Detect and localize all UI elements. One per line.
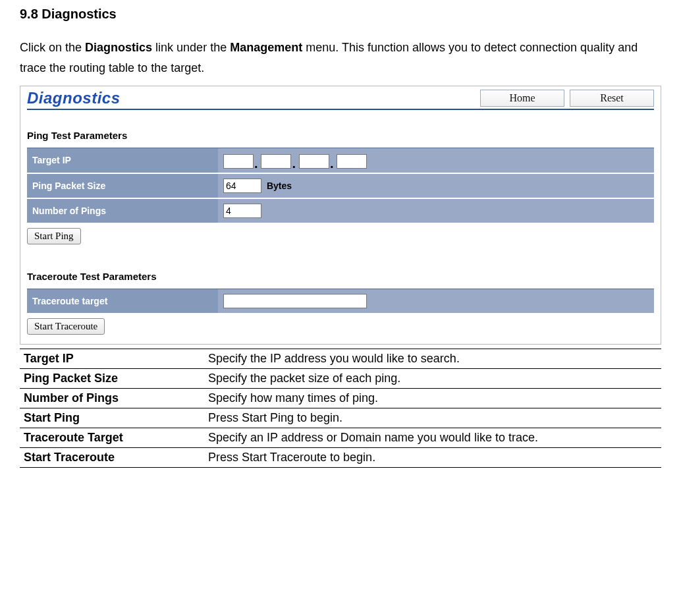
panel-header: Diagnostics Home Reset — [27, 89, 654, 110]
traceroute-heading: Traceroute Test Parameters — [27, 271, 654, 282]
traceroute-target-value-cell — [218, 289, 654, 314]
traceroute-target-label: Traceroute target — [27, 289, 218, 314]
num-pings-input[interactable] — [223, 204, 261, 218]
bytes-label: Bytes — [267, 181, 292, 191]
desc-text: Specify how many times of ping. — [204, 389, 661, 408]
desc-row: Start PingPress Start Ping to begin. — [20, 408, 661, 428]
target-ip-octet-4[interactable] — [337, 154, 367, 169]
target-ip-octet-1[interactable] — [223, 154, 254, 169]
traceroute-target-input[interactable] — [223, 294, 367, 308]
reset-button[interactable]: Reset — [570, 90, 654, 107]
packet-size-input[interactable] — [223, 179, 261, 193]
target-ip-value-cell: . . . — [218, 148, 654, 173]
intro-bold2: Management — [230, 41, 302, 54]
target-ip-octet-2[interactable] — [261, 154, 291, 169]
ip-dot-2: . — [291, 156, 296, 171]
desc-term: Start Traceroute — [20, 448, 204, 468]
start-ping-button[interactable]: Start Ping — [27, 228, 81, 244]
desc-term: Traceroute Target — [20, 428, 204, 448]
desc-row: Number of PingsSpecify how many times of… — [20, 389, 661, 408]
desc-text: Press Start Ping to begin. — [204, 408, 661, 428]
section-heading: 9.8 Diagnostics — [20, 7, 661, 22]
desc-row: Traceroute TargetSpecify an IP address o… — [20, 428, 661, 448]
desc-row: Target IPSpecify the IP address you woul… — [20, 349, 661, 369]
intro-pre1: Click on the — [20, 41, 85, 54]
desc-row: Start TraceroutePress Start Traceroute t… — [20, 448, 661, 468]
intro-paragraph: Click on the Diagnostics link under the … — [20, 38, 661, 78]
desc-term: Target IP — [20, 349, 204, 369]
desc-text: Specify an IP address or Domain name you… — [204, 428, 661, 448]
target-ip-row: Target IP . . . — [27, 148, 654, 173]
packet-size-value-cell: Bytes — [218, 173, 654, 198]
intro-bold1: Diagnostics — [85, 41, 152, 54]
ping-params-table: Target IP . . . Ping Packet Size Bytes N… — [27, 148, 654, 224]
traceroute-target-row: Traceroute target — [27, 289, 654, 314]
num-pings-row: Number of Pings — [27, 198, 654, 223]
desc-term: Ping Packet Size — [20, 369, 204, 389]
diagnostics-panel: Diagnostics Home Reset Ping Test Paramet… — [20, 86, 661, 345]
desc-text: Specify the IP address you would like to… — [204, 349, 661, 369]
num-pings-value-cell — [218, 198, 654, 223]
description-table: Target IPSpecify the IP address you woul… — [20, 349, 661, 468]
start-traceroute-button[interactable]: Start Traceroute — [27, 318, 105, 335]
traceroute-params-table: Traceroute target — [27, 289, 654, 315]
desc-row: Ping Packet SizeSpecify the packet size … — [20, 369, 661, 389]
ip-dot-1: . — [254, 156, 259, 171]
target-ip-label: Target IP — [27, 148, 218, 173]
desc-term: Number of Pings — [20, 389, 204, 408]
desc-text: Press Start Traceroute to begin. — [204, 448, 661, 468]
ping-heading: Ping Test Parameters — [27, 130, 654, 141]
intro-mid1: link under the — [152, 41, 230, 54]
home-button[interactable]: Home — [480, 90, 564, 107]
packet-size-row: Ping Packet Size Bytes — [27, 173, 654, 198]
panel-title: Diagnostics — [27, 89, 475, 107]
packet-size-label: Ping Packet Size — [27, 173, 218, 198]
num-pings-label: Number of Pings — [27, 198, 218, 223]
ip-dot-3: . — [329, 156, 335, 171]
target-ip-octet-3[interactable] — [299, 154, 329, 169]
desc-term: Start Ping — [20, 408, 204, 428]
desc-text: Specify the packet size of each ping. — [204, 369, 661, 389]
